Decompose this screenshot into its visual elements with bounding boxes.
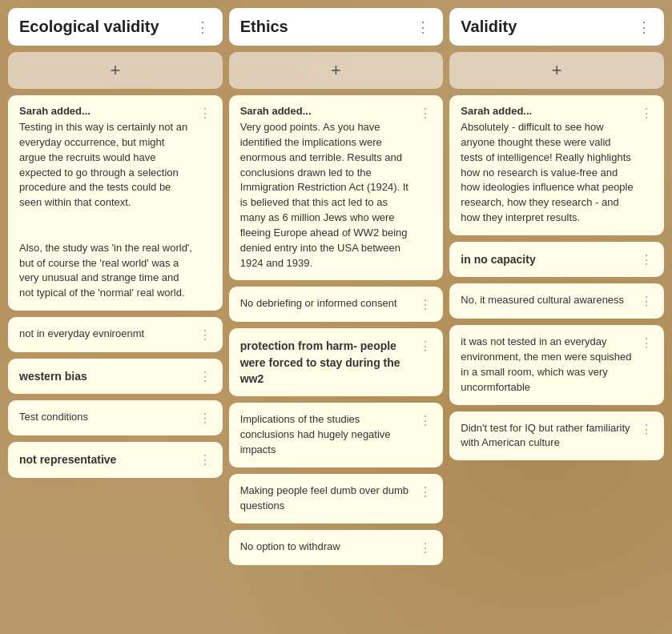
- card-menu-icon-va-card-1[interactable]: ⋮: [640, 105, 653, 121]
- column-menu-icon-ecological-validity[interactable]: ⋮: [195, 18, 211, 36]
- card-text-ev-card-2: not in everyday evniroenmt: [19, 327, 194, 342]
- card-text-et-card-4: Implications of the studies conclusions …: [240, 412, 415, 458]
- card-va-card-4[interactable]: it was not tested in an everyday environ…: [449, 325, 664, 404]
- card-content-et-card-2: No debriefing or informed consent: [240, 296, 415, 311]
- card-content-ev-card-2: not in everyday evniroenmt: [19, 327, 194, 342]
- card-content-va-card-3: No, it measured cultural awareness: [461, 293, 635, 308]
- add-card-button-validity[interactable]: +: [449, 52, 664, 89]
- card-menu-icon-va-card-3[interactable]: ⋮: [640, 293, 653, 309]
- card-text-ev-card-1: Testing in this way is certainly not an …: [19, 120, 194, 301]
- card-menu-icon-et-card-5[interactable]: ⋮: [419, 484, 432, 500]
- card-menu-icon-ev-card-4[interactable]: ⋮: [199, 410, 211, 426]
- column-header-ecological-validity: Ecological validity⋮: [8, 8, 223, 46]
- card-et-card-6[interactable]: No option to withdraw⋮: [229, 530, 444, 565]
- card-content-et-card-3: protection from harm- people were forced…: [240, 338, 415, 387]
- column-title-ecological-validity: Ecological validity: [19, 18, 159, 36]
- column-title-ethics: Ethics: [240, 18, 288, 36]
- card-content-et-card-5: Making people feel dumb over dumb questi…: [240, 484, 415, 514]
- card-va-card-3[interactable]: No, it measured cultural awareness⋮: [449, 283, 664, 319]
- card-content-va-card-1: Sarah added...Absolutely - difficult to …: [461, 105, 635, 226]
- card-menu-icon-et-card-3[interactable]: ⋮: [419, 338, 432, 354]
- card-ev-card-1[interactable]: Sarah added...Testing in this way is cer…: [8, 95, 223, 311]
- column-menu-icon-ethics[interactable]: ⋮: [416, 18, 432, 36]
- card-content-ev-card-4: Test conditions: [19, 410, 194, 425]
- card-et-card-2[interactable]: No debriefing or informed consent⋮: [229, 287, 444, 322]
- card-text-ev-card-5: not representative: [19, 451, 194, 467]
- card-text-et-card-2: No debriefing or informed consent: [240, 296, 415, 311]
- card-content-ev-card-5: not representative: [19, 451, 194, 467]
- card-text-et-card-6: No option to withdraw: [240, 540, 415, 555]
- column-title-validity: Validity: [461, 18, 517, 36]
- card-text-va-card-4: it was not tested in an everyday environ…: [461, 335, 635, 395]
- card-ev-card-4[interactable]: Test conditions⋮: [8, 400, 223, 435]
- column-ethics: Ethics⋮+Sarah added...Very good points. …: [229, 8, 444, 565]
- add-card-button-ethics[interactable]: +: [229, 52, 444, 89]
- card-text-ev-card-4: Test conditions: [19, 410, 194, 425]
- card-content-et-card-6: No option to withdraw: [240, 540, 415, 555]
- column-menu-icon-validity[interactable]: ⋮: [637, 18, 653, 36]
- add-card-button-ecological-validity[interactable]: +: [8, 52, 223, 89]
- card-et-card-1[interactable]: Sarah added...Very good points. As you h…: [229, 95, 444, 280]
- column-header-validity: Validity⋮: [449, 8, 664, 46]
- card-et-card-5[interactable]: Making people feel dumb over dumb questi…: [229, 474, 444, 524]
- card-menu-icon-va-card-4[interactable]: ⋮: [640, 335, 653, 351]
- card-text-va-card-2: in no capacity: [461, 251, 635, 267]
- card-text-ev-card-3: western bias: [19, 368, 194, 384]
- card-menu-icon-ev-card-1[interactable]: ⋮: [199, 105, 211, 121]
- card-va-card-2[interactable]: in no capacity⋮: [449, 242, 664, 277]
- card-author-va-card-1: Sarah added...: [461, 105, 635, 117]
- card-content-va-card-2: in no capacity: [461, 251, 635, 267]
- column-ecological-validity: Ecological validity⋮+Sarah added...Testi…: [8, 8, 223, 565]
- card-et-card-4[interactable]: Implications of the studies conclusions …: [229, 403, 444, 467]
- card-author-ev-card-1: Sarah added...: [19, 105, 194, 117]
- card-menu-icon-et-card-4[interactable]: ⋮: [419, 412, 432, 428]
- card-va-card-1[interactable]: Sarah added...Absolutely - difficult to …: [449, 95, 664, 235]
- card-text-et-card-5: Making people feel dumb over dumb questi…: [240, 484, 415, 514]
- card-et-card-3[interactable]: protection from harm- people were forced…: [229, 328, 444, 396]
- card-content-ev-card-3: western bias: [19, 368, 194, 384]
- card-content-va-card-5: Didn't test for IQ but rather familiarit…: [461, 421, 635, 451]
- card-ev-card-3[interactable]: western bias⋮: [8, 359, 223, 394]
- column-header-ethics: Ethics⋮: [229, 8, 444, 46]
- card-content-ev-card-1: Sarah added...Testing in this way is cer…: [19, 105, 194, 301]
- card-text-va-card-3: No, it measured cultural awareness: [461, 293, 635, 308]
- card-menu-icon-va-card-2[interactable]: ⋮: [640, 251, 653, 267]
- card-content-et-card-1: Sarah added...Very good points. As you h…: [240, 105, 415, 271]
- card-text-va-card-5: Didn't test for IQ but rather familiarit…: [461, 421, 635, 451]
- card-menu-icon-va-card-5[interactable]: ⋮: [640, 421, 653, 437]
- card-menu-icon-et-card-6[interactable]: ⋮: [419, 540, 432, 556]
- card-menu-icon-et-card-2[interactable]: ⋮: [419, 296, 432, 312]
- card-menu-icon-ev-card-3[interactable]: ⋮: [199, 368, 211, 384]
- card-menu-icon-et-card-1[interactable]: ⋮: [419, 105, 432, 121]
- card-content-et-card-4: Implications of the studies conclusions …: [240, 412, 415, 458]
- column-validity: Validity⋮+Sarah added...Absolutely - dif…: [449, 8, 664, 565]
- card-text-et-card-1: Very good points. As you have identified…: [240, 120, 415, 271]
- card-author-et-card-1: Sarah added...: [240, 105, 415, 117]
- card-va-card-5[interactable]: Didn't test for IQ but rather familiarit…: [449, 411, 664, 461]
- card-text-et-card-3: protection from harm- people were forced…: [240, 338, 415, 387]
- kanban-board: Ecological validity⋮+Sarah added...Testi…: [8, 8, 664, 565]
- card-content-va-card-4: it was not tested in an everyday environ…: [461, 335, 635, 395]
- card-menu-icon-ev-card-5[interactable]: ⋮: [199, 451, 211, 467]
- card-menu-icon-ev-card-2[interactable]: ⋮: [199, 327, 211, 343]
- card-ev-card-5[interactable]: not representative⋮: [8, 442, 223, 477]
- card-ev-card-2[interactable]: not in everyday evniroenmt⋮: [8, 317, 223, 352]
- card-text-va-card-1: Absolutely - difficult to see how anyone…: [461, 120, 635, 226]
